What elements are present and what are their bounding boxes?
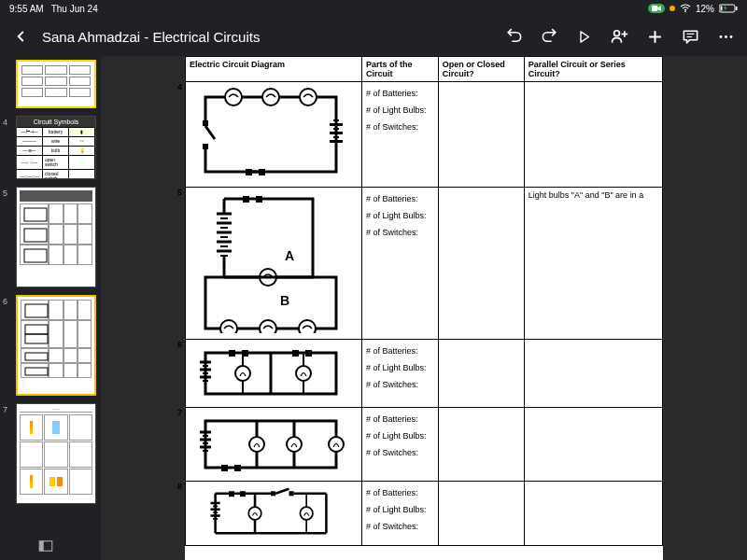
slide-thumb-6[interactable]: 6	[5, 295, 96, 396]
header-parallel: Parallel Circuit or Series Circuit?	[524, 57, 662, 82]
svg-text:A: A	[285, 248, 294, 263]
comment-button[interactable]	[682, 28, 699, 46]
svg-rect-74	[305, 350, 312, 357]
status-bar: 9:55 AM Thu Jun 24 12%	[0, 0, 747, 17]
slide-thumb-5[interactable]: 5	[5, 187, 96, 287]
svg-rect-91	[234, 465, 241, 471]
svg-rect-16	[24, 229, 47, 242]
svg-point-14	[730, 35, 733, 38]
svg-line-97	[275, 489, 289, 494]
svg-rect-39	[246, 169, 252, 175]
undo-button[interactable]	[505, 28, 523, 46]
more-button[interactable]	[717, 28, 735, 46]
svg-point-62	[299, 320, 316, 333]
header-open: Open or Closed Circuit?	[438, 57, 524, 82]
svg-rect-54	[243, 196, 249, 203]
table-row: 5 A	[186, 188, 663, 340]
svg-rect-73	[292, 350, 299, 357]
table-row: 8	[186, 482, 663, 546]
svg-point-1	[684, 11, 686, 13]
add-button[interactable]	[646, 28, 664, 46]
svg-rect-81	[205, 421, 336, 468]
present-button[interactable]	[576, 29, 592, 45]
expand-panel-button[interactable]	[37, 538, 54, 554]
svg-rect-40	[259, 169, 265, 175]
recording-badge	[648, 4, 665, 13]
svg-rect-96	[271, 491, 275, 496]
worksheet-page: Electric Circuit Diagram Parts of the Ci…	[185, 56, 663, 560]
svg-rect-55	[256, 196, 262, 203]
app-header: Sana Ahmadzai - Electrical Circuits	[0, 17, 747, 56]
svg-rect-25	[205, 97, 336, 172]
svg-rect-71	[229, 350, 235, 357]
back-button[interactable]	[12, 28, 29, 45]
svg-rect-110	[229, 491, 234, 497]
svg-rect-18	[25, 304, 48, 317]
status-time: 9:55 AM	[9, 4, 44, 14]
svg-point-27	[262, 89, 279, 105]
circuit-diagram-5: A B	[191, 193, 350, 333]
share-button[interactable]	[610, 27, 628, 46]
svg-rect-21	[25, 353, 48, 360]
svg-point-60	[220, 320, 237, 333]
svg-rect-98	[289, 491, 294, 496]
svg-point-61	[260, 320, 276, 333]
svg-rect-35	[203, 120, 208, 126]
battery-text: 12%	[696, 4, 714, 14]
wifi-icon	[680, 4, 691, 13]
svg-rect-17	[24, 249, 47, 262]
svg-rect-20	[25, 334, 48, 343]
circuit-diagram-8	[191, 487, 350, 539]
svg-rect-0	[652, 6, 657, 11]
svg-point-28	[300, 89, 317, 105]
slide-panel: 4 Circuit Symbols —⊢⊣—battery▮ ———wire〰 …	[0, 56, 101, 560]
svg-rect-29	[333, 119, 339, 121]
header-parts: Parts of the Circuit	[362, 57, 439, 82]
battery-icon	[719, 4, 738, 13]
doc-title: Sana Ahmadzai - Electrical Circuits	[42, 29, 492, 45]
svg-rect-38	[203, 144, 208, 149]
svg-rect-4	[736, 7, 738, 10]
slide-canvas[interactable]: Electric Circuit Diagram Parts of the Ci…	[101, 56, 747, 560]
svg-rect-32	[330, 132, 343, 134]
svg-point-13	[725, 35, 727, 38]
circuit-diagram-6	[191, 345, 350, 401]
table-row: 4 # of Batteries:# of Ligh	[186, 82, 663, 188]
svg-rect-30	[330, 123, 343, 126]
slide-thumb-7[interactable]: 7 ———	[5, 403, 96, 504]
status-dot	[669, 6, 675, 11]
table-row: 7	[186, 408, 663, 482]
svg-rect-24	[39, 541, 44, 552]
status-date: Thu Jun 24	[51, 4, 98, 14]
svg-rect-15	[24, 208, 47, 221]
svg-rect-90	[221, 465, 228, 471]
svg-rect-111	[240, 491, 246, 497]
redo-button[interactable]	[541, 28, 558, 46]
slide-thumb-3[interactable]	[5, 60, 96, 108]
table-row: 6	[186, 340, 663, 408]
svg-rect-19	[25, 325, 48, 334]
svg-rect-33	[333, 136, 339, 138]
svg-rect-31	[333, 128, 339, 130]
svg-point-12	[720, 35, 723, 38]
circuit-diagram-7	[191, 413, 350, 475]
svg-rect-22	[25, 368, 48, 375]
svg-rect-3	[721, 7, 723, 11]
slide-thumb-4[interactable]: 4 Circuit Symbols —⊢⊣—battery▮ ———wire〰 …	[5, 116, 96, 179]
svg-text:B: B	[280, 293, 289, 308]
svg-rect-34	[330, 140, 343, 143]
header-diagram: Electric Circuit Diagram	[186, 57, 362, 82]
svg-point-5	[614, 31, 620, 36]
circuit-diagram-4	[191, 88, 350, 181]
svg-point-26	[225, 89, 242, 105]
